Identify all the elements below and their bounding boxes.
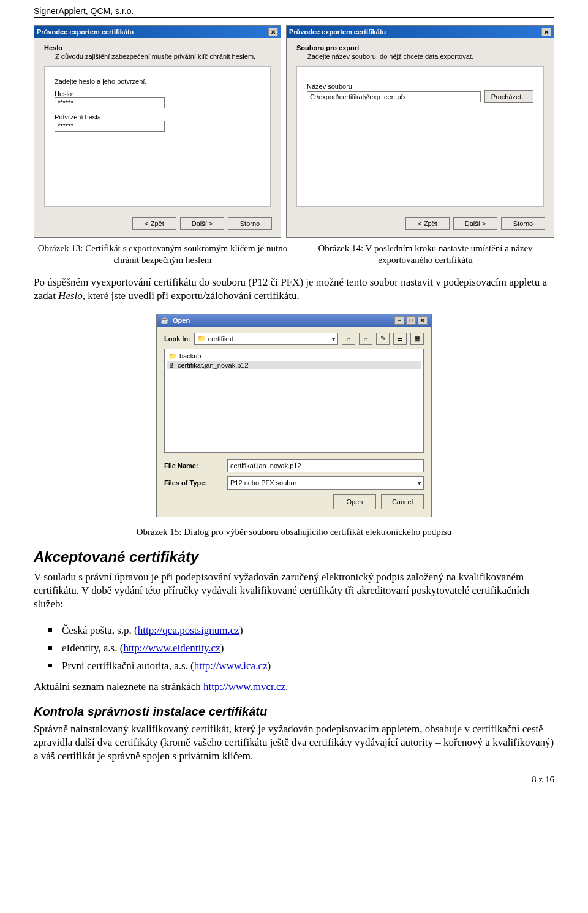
new-folder-icon[interactable]: ✎ [376, 333, 390, 345]
text: ) [267, 660, 271, 672]
file-type-value: P12 nebo PFX soubor [230, 479, 296, 487]
chevron-down-icon [332, 335, 335, 343]
document-header: SignerApplert, QCM, s.r.o. [34, 6, 554, 18]
file-type-combobox[interactable]: P12 nebo PFX soubor [227, 476, 424, 490]
file-path-input[interactable] [307, 91, 481, 102]
cancel-button[interactable]: Storno [501, 217, 545, 230]
text: . [285, 681, 288, 692]
text: První certifikační autorita, a.s. ( [62, 660, 194, 672]
label-file-name: File Name: [164, 462, 222, 469]
link-postsignum[interactable]: http://qca.postsignum.cz [138, 624, 239, 636]
file-name-value: certifikat.jan_novak.p12 [230, 462, 301, 469]
browse-button[interactable]: Procházet... [484, 90, 533, 103]
dialog-title: Průvodce exportem certifikátu [37, 28, 134, 36]
captions-row: Obrázek 13: Certifikát s exportovaným so… [34, 243, 554, 266]
figure-caption-13: Obrázek 13: Certifikát s exportovaným so… [34, 243, 292, 266]
figure-caption-15: Obrázek 15: Dialog pro výběr souboru obs… [34, 527, 554, 537]
close-icon[interactable]: ✕ [541, 28, 551, 36]
link-eidentity[interactable]: http://www.eidentity.cz [123, 642, 220, 654]
dialog-title: Průvodce exportem certifikátu [289, 28, 386, 36]
section-title: Heslo [44, 44, 271, 51]
confirm-password-input[interactable] [55, 121, 165, 132]
back-button[interactable]: < Zpět [405, 217, 450, 230]
wizard-dialog-export-file: Průvodce exportem certifikátu ✕ Souboru … [286, 25, 554, 238]
link-ica[interactable]: http://www.ica.cz [194, 660, 268, 672]
close-icon[interactable]: ✕ [268, 28, 278, 36]
look-in-combobox[interactable]: certifikat [194, 333, 338, 345]
password-input[interactable] [55, 97, 165, 108]
next-button[interactable]: Další > [180, 217, 224, 230]
close-icon[interactable]: ✕ [418, 316, 428, 325]
heading-accepted-certs: Akceptované certifikáty [34, 548, 554, 566]
wizard-dialog-password: Průvodce exportem certifikátu ✕ Heslo Z … [34, 25, 281, 238]
label-file-type: Files of Type: [164, 479, 222, 487]
section-subtitle: Z důvodu zajištění zabezpečení musíte pr… [44, 53, 271, 60]
text: Aktuální seznam naleznete na stránkách [34, 681, 203, 692]
minimize-icon[interactable]: − [394, 316, 404, 325]
paragraph-export-result: Po úspěšném vyexportování certifikátu do… [34, 276, 554, 303]
titlebar: Průvodce exportem certifikátu ✕ [34, 26, 281, 38]
item-label: certifikat.jan_novak.p12 [178, 362, 249, 369]
titlebar: Průvodce exportem certifikátu ✕ [287, 26, 554, 38]
folder-icon [168, 352, 177, 360]
heading-install-check: Kontrola správnosti instalace certifikát… [34, 705, 554, 719]
label-confirm: Potvrzení hesla: [55, 113, 260, 121]
paragraph-list-link: Aktuální seznam naleznete na stránkách h… [34, 680, 554, 694]
figure-caption-14: Obrázek 14: V posledním kroku nastavte u… [296, 243, 554, 266]
text: eIdentity, a.s. ( [62, 642, 123, 654]
paragraph-install-check: Správně nainstalovaný kvalifikovaný cert… [34, 722, 554, 763]
back-button[interactable]: < Zpět [132, 217, 176, 230]
text: , které jste uvedli při exportu/zálohová… [83, 290, 300, 301]
emphasis: Heslo [58, 290, 83, 301]
file-name-input[interactable]: certifikat.jan_novak.p12 [227, 459, 424, 472]
section-title: Souboru pro export [296, 44, 544, 51]
section-subtitle: Zadejte název souboru, do nějž chcete da… [296, 53, 544, 60]
maximize-icon[interactable]: □ [406, 316, 416, 325]
folder-item[interactable]: backup [167, 352, 421, 361]
label-password: Heslo: [55, 90, 260, 97]
list-view-icon[interactable]: ☰ [393, 333, 407, 345]
text: Česká pošta, s.p. ( [62, 624, 138, 636]
panel: Název souboru: Procházet... [296, 66, 544, 207]
details-view-icon[interactable]: ▦ [410, 333, 424, 345]
label-filename: Název souboru: [307, 83, 533, 90]
label-look-in: Look In: [164, 335, 190, 343]
folder-icon [197, 335, 206, 343]
next-button[interactable]: Další > [453, 217, 497, 230]
cancel-button[interactable]: Cancel [381, 494, 424, 509]
dialog-title: Open [173, 317, 190, 324]
list-item: Česká pošta, s.p. (http://qca.postsignum… [52, 622, 554, 640]
look-in-value: certifikat [208, 335, 233, 343]
file-icon [168, 362, 175, 369]
item-label: backup [179, 352, 201, 360]
paragraph-accepted-certs: V souladu s právní úpravou je při podepi… [34, 570, 554, 611]
open-file-dialog: ☕ Open − □ ✕ Look In: certifikat ⌂ ⌂ ✎ ☰… [156, 314, 432, 517]
providers-list: Česká pošta, s.p. (http://qca.postsignum… [34, 622, 554, 675]
cancel-button[interactable]: Storno [228, 217, 272, 230]
text: ) [239, 624, 243, 636]
titlebar: ☕ Open − □ ✕ [157, 314, 431, 327]
list-item: První certifikační autorita, a.s. (http:… [52, 657, 554, 675]
home-icon[interactable]: ⌂ [359, 333, 372, 345]
up-folder-icon[interactable]: ⌂ [342, 333, 355, 345]
text: ) [221, 642, 224, 654]
open-button[interactable]: Open [333, 494, 376, 509]
chevron-down-icon [418, 479, 421, 487]
page-number: 8 z 16 [532, 775, 554, 785]
dialogs-row: Průvodce exportem certifikátu ✕ Heslo Z … [34, 25, 554, 238]
list-item: eIdentity, a.s. (http://www.eidentity.cz… [52, 640, 554, 657]
java-icon: ☕ [160, 316, 169, 324]
file-list[interactable]: backup certifikat.jan_novak.p12 [164, 349, 424, 453]
link-mvcr[interactable]: http://www.mvcr.cz [203, 681, 285, 692]
panel: Zadejte heslo a jeho potvrzení. Heslo: P… [44, 66, 271, 207]
prompt-text: Zadejte heslo a jeho potvrzení. [55, 78, 260, 85]
file-item[interactable]: certifikat.jan_novak.p12 [167, 361, 421, 369]
